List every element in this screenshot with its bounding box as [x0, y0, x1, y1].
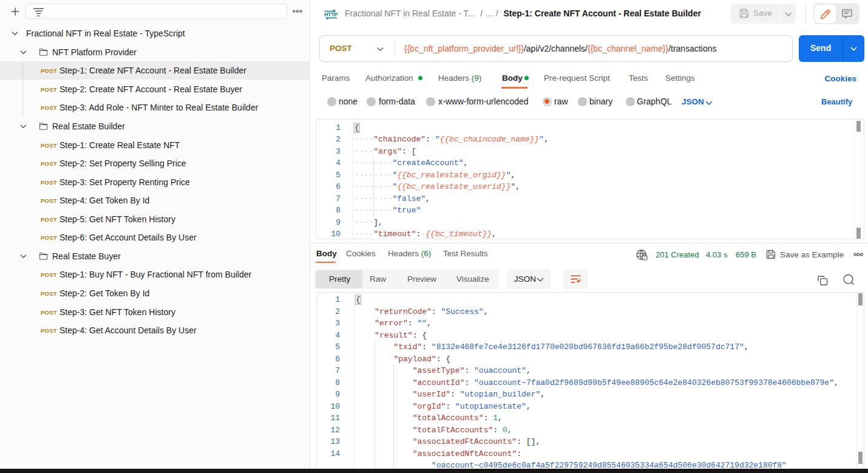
- svg-text:HTTP: HTTP: [324, 12, 337, 18]
